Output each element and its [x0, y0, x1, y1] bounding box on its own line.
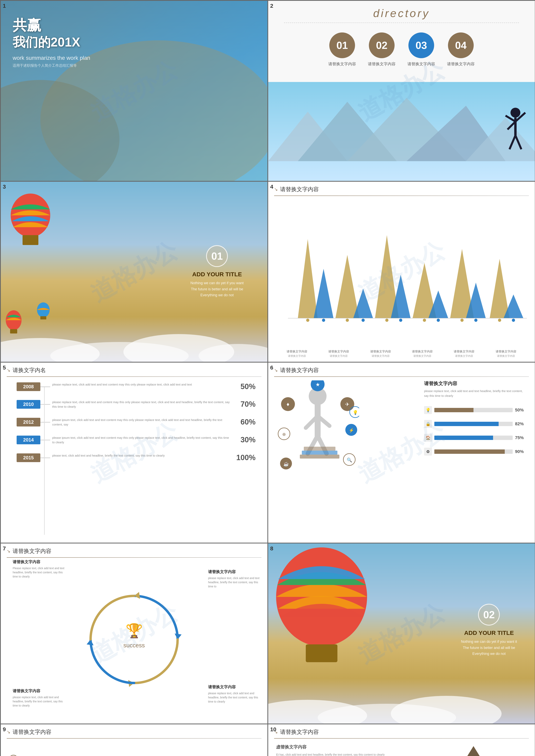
- tl-year-3: 2012: [16, 418, 40, 426]
- slide2-bg-scene: [268, 82, 535, 181]
- slide6-right-desc: please replace text, click add text and …: [424, 389, 527, 398]
- bar-icon-1: 💡: [424, 406, 432, 414]
- slide9-header-text: 请替换文字内容: [13, 728, 51, 736]
- slide4-labels: 请替换文字内容 请替换文字内容 请替换文字内容 请替换文字内容 请替换文字内容 …: [276, 350, 527, 358]
- svg-point-41: [322, 319, 325, 322]
- slide7-header-text: 请替换文字内容: [13, 547, 51, 555]
- slide3-desc1: Nothing we can do yet if you want The fu…: [190, 280, 244, 298]
- svg-text:✈: ✈: [345, 401, 350, 407]
- slide8-add-title: ADD YOUR TITLE: [461, 629, 517, 636]
- tl-desc-1: please replace text, click add text and …: [50, 382, 232, 387]
- slide5-header-line: [7, 376, 262, 377]
- slide1-content: 共赢 我们的201X work summarizes the work plan…: [13, 16, 90, 68]
- dir-num-3: 03: [408, 32, 434, 58]
- bar-icon-2: 🔒: [424, 420, 432, 428]
- tl-connector-2: [40, 404, 50, 405]
- tl-item-3: 2012 please ipsum text, click add text a…: [16, 418, 256, 427]
- slide3-content: 01 ADD YOUR TITLE Nothing we can do yet …: [183, 237, 252, 306]
- slide7-text-left: 请替换文字内容 please replace text, click add t…: [208, 684, 260, 704]
- slide2-title: directory: [284, 7, 519, 23]
- tl-pct-5: 100%: [236, 453, 256, 462]
- slide6-header: ↘ 请替换文字内容: [274, 366, 319, 374]
- svg-point-9: [511, 108, 521, 118]
- slide6-bars: 💡 50% 🔒 82% 🏠: [424, 406, 527, 455]
- tl-desc-4: please ipsum text, click add text and te…: [50, 436, 232, 445]
- svg-rect-58: [300, 454, 339, 458]
- dir-circle-2: 02 请替换文字内容: [368, 32, 396, 67]
- slide9-left-items: ● 请替换文字内容 Please replace text, click add…: [9, 744, 68, 756]
- dir-circle-3: 03 请替换文字内容: [408, 32, 435, 67]
- slide6-figure: ♦ ★ ✈ ⊕ ⚡ ☕ 🔍 💡: [276, 380, 359, 519]
- slide4-header-text: 请替换文字内容: [280, 186, 319, 193]
- dir-num-1: 01: [329, 32, 355, 58]
- slide6-right-title: 请替换文字内容: [424, 380, 527, 387]
- sublabel1: 请替换文字内容: [288, 354, 306, 358]
- svg-rect-59: [302, 451, 337, 454]
- bar-fill-2: [434, 422, 499, 426]
- svg-rect-24: [10, 329, 17, 334]
- label2: 请替换文字内容: [328, 350, 349, 354]
- label5: 请替换文字内容: [454, 350, 474, 354]
- slide3-add-title: ADD YOUR TITLE: [190, 271, 244, 278]
- slide10-header: ↘ 请替换文字内容: [274, 728, 319, 736]
- slide10-number: 10: [270, 726, 276, 733]
- slide4-header: ↘ 请替换文字内容: [274, 186, 319, 193]
- slide-2: 2 directory: [268, 1, 535, 181]
- slide4-header-line: [274, 195, 529, 196]
- bar-icon-3: 🏠: [424, 434, 432, 442]
- slide5-timeline: 2008 please replace text, click add text…: [16, 382, 256, 535]
- slide1-title-line1: 共赢: [13, 16, 90, 34]
- tl-pct-4: 30%: [236, 436, 256, 444]
- tl-year-5: 2015: [16, 453, 40, 462]
- slide9-bubbles: 🔬 研究 📚 教育 AB ABC 📊 数据 2+2: [188, 744, 260, 756]
- slide3-balloon-tiny: [36, 303, 50, 320]
- slide2-bg-svg: [268, 82, 535, 181]
- slide7-text-top: 请替换文字内容 Please replace text, click add t…: [13, 559, 68, 579]
- bar-fill-3: [434, 436, 493, 440]
- bar-pct-4: 90%: [515, 449, 527, 454]
- slide1-title-line2: 我们的201X: [13, 34, 90, 51]
- svg-point-42: [346, 319, 349, 322]
- slide7-header: ↘ 请替换文字内容: [7, 547, 51, 555]
- slide1-desc: 适用于述职报告个人简介工作总结汇报等: [13, 63, 90, 68]
- sublabel4: 请替换文字内容: [413, 354, 431, 358]
- sublabel6: 请替换文字内容: [497, 354, 515, 358]
- slide-1: 共赢 我们的201X work summarizes the work plan…: [1, 1, 268, 181]
- slide6-left: ♦ ★ ✈ ⊕ ⚡ ☕ 🔍 💡: [276, 380, 359, 531]
- svg-marker-80: [134, 592, 140, 599]
- dir-label-3: 请替换文字内容: [408, 61, 435, 67]
- tl-desc-2: please replace text, click add text and …: [50, 400, 232, 409]
- slide8-desc: Nothing we can do yet if you want it The…: [461, 639, 517, 657]
- bar-item-3: 🏠 75%: [424, 434, 527, 442]
- slide6-header-text: 请替换文字内容: [280, 366, 319, 374]
- svg-point-50: [498, 319, 501, 322]
- slide-8: 8: [268, 543, 535, 724]
- svg-point-49: [474, 319, 477, 322]
- sublabel2: 请替换文字内容: [330, 354, 348, 358]
- slide6-number: 6: [270, 364, 273, 371]
- slide1-number: 1: [3, 3, 6, 9]
- dir-label-2: 请替换文字内容: [368, 61, 396, 67]
- svg-text:♦: ♦: [287, 401, 289, 407]
- svg-text:⊕: ⊕: [282, 432, 286, 437]
- svg-marker-37: [490, 259, 510, 318]
- slide1-subtitle-en: work summarizes the work plan: [13, 55, 90, 61]
- slide5-header: ↘ 请换文字内名: [7, 366, 46, 374]
- svg-rect-22: [22, 235, 38, 245]
- svg-rect-26: [40, 316, 46, 319]
- svg-point-45: [399, 319, 402, 322]
- sublabel5: 请替换文字内容: [455, 354, 473, 358]
- tl-connector-1: [40, 387, 50, 387]
- tl-item-4: 2014 please ipsum text, click add text a…: [16, 436, 256, 445]
- svg-marker-27: [298, 239, 318, 318]
- bar-pct-2: 82%: [515, 422, 527, 426]
- bar-item-2: 🔒 82%: [424, 420, 527, 428]
- slide-9: 9 ↘ 请替换文字内容 ● 请替换文字内容 Please replace tex…: [1, 724, 268, 756]
- slide4-chart: [276, 199, 527, 324]
- slide2-number: 2: [270, 3, 273, 9]
- slide-3: 3: [1, 182, 268, 362]
- slide3-balloon-main: [9, 193, 52, 249]
- tl-desc-3: please ipsum text, click add text and te…: [50, 418, 232, 427]
- label6: 请替换文字内容: [496, 350, 517, 354]
- slide10-tri-svg: 🏆 💡 🏊: [424, 740, 523, 756]
